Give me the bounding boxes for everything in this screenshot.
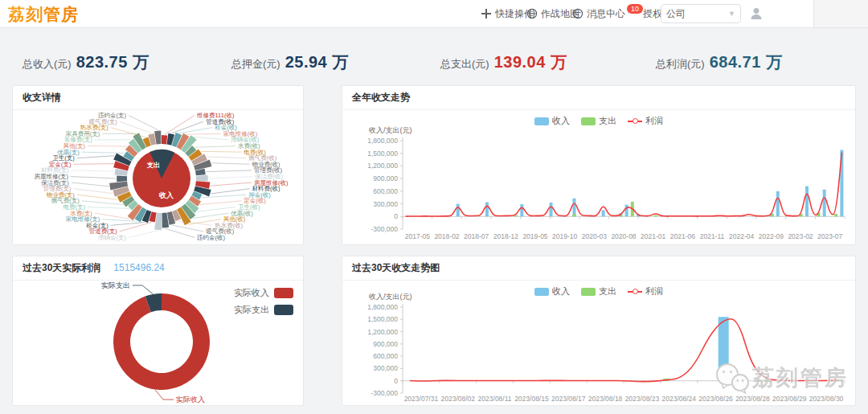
svg-text:1,500,000: 1,500,000 [367,315,398,323]
stat-label: 总利润(元) [656,57,705,72]
svg-text:2021-06: 2021-06 [670,232,695,240]
svg-text:900,000: 900,000 [373,174,398,182]
svg-text:收入/支出(元): 收入/支出(元) [369,126,412,134]
yearly-legend: 收入支出利润 [342,115,855,127]
legend-item-实际支出[interactable]: 实际支出 [234,304,293,316]
svg-text:1,200,000: 1,200,000 [367,328,398,336]
svg-text:违约金(收): 违约金(收) [197,234,225,241]
svg-text:2023/08/28: 2023/08/28 [735,395,770,403]
svg-text:2023-07: 2023-07 [817,232,842,240]
svg-text:2023/08/30: 2023/08/30 [809,395,844,403]
svg-text:2020-03: 2020-03 [582,232,607,240]
panel-income-expense-detail: 收支详情 支出收入维修费111(收)管道费(收)租金(收)家电维修(收)滞纳金(… [12,85,304,245]
header-right-gutter [813,0,868,27]
svg-text:2023/08/02: 2023/08/02 [440,395,475,403]
yearly-trend-chart: 收入/支出(元)1,800,0001,500,0001,200,000900,0… [342,110,854,245]
svg-text:2023/08/26: 2023/08/26 [698,395,733,403]
svg-text:2023/08/11: 2023/08/11 [478,395,512,403]
svg-text:-300,000: -300,000 [371,389,398,397]
legend-item-收入[interactable]: 收入 [534,285,570,297]
stat-total-expense: 总支出(元) 139.04 万 [440,51,567,73]
message-icon [572,8,583,19]
svg-text:600,000: 600,000 [373,187,398,195]
svg-text:2023/08/17: 2023/08/17 [551,395,586,403]
legend-item-收入[interactable]: 收入 [534,115,570,127]
stat-value: 25.94 万 [285,51,349,73]
svg-text:2018-02: 2018-02 [434,232,459,240]
stat-value: 684.71 万 [710,51,783,73]
company-select-value: 公司 [666,7,686,21]
app-logo[interactable]: 荔刻管房 [8,3,79,26]
svg-text:违约金(支): 违约金(支) [98,112,126,119]
svg-text:1,500,000: 1,500,000 [367,150,398,158]
svg-text:收入: 收入 [159,191,174,199]
panel-title: 过去30天实际利润1515496.24 [13,256,303,281]
chevron-down-icon: ▼ [728,10,735,18]
svg-text:600,000: 600,000 [373,352,398,360]
svg-text:2019-10: 2019-10 [552,232,577,240]
svg-text:2023/08/29: 2023/08/29 [772,395,807,403]
top-header: 荔刻管房 快捷操作 作战地图 消息中心 10 授权获取支付消息 公司 [0,0,868,28]
stat-label: 总押金(元) [231,57,280,72]
legend-item-利润[interactable]: 利润 [628,115,663,127]
svg-text:2021-11: 2021-11 [700,232,725,240]
svg-text:-300,000: -300,000 [371,225,398,233]
svg-text:1,800,000: 1,800,000 [367,303,398,311]
svg-text:300,000: 300,000 [373,200,398,208]
svg-text:2017-05: 2017-05 [405,232,430,240]
svg-text:1,200,000: 1,200,000 [367,162,398,170]
svg-text:2023/08/23: 2023/08/23 [625,395,660,403]
donut-legend: 实际收入实际支出 [234,287,293,316]
plus-icon [481,8,492,19]
panel-title: 收支详情 [13,86,303,110]
svg-text:900,000: 900,000 [373,340,398,348]
panel-30d-profit: 过去30天实际利润1515496.24 实际收入实际支出 实际支出实际收入 [12,256,304,406]
svg-text:2019-05: 2019-05 [522,232,547,240]
svg-text:0: 0 [394,377,398,385]
income-expense-sunburst-chart: 支出收入维修费111(收)管道费(收)租金(收)家电维修(收)滞纳金(收)水费(… [13,110,303,245]
legend-item-利润[interactable]: 利润 [628,285,663,297]
panel-title: 全年收支走势 [342,86,855,110]
daily-legend: 收入支出利润 [342,285,855,297]
svg-text:2018-07: 2018-07 [464,232,489,240]
panel-30d-trend: 过去30天收支走势图 收入支出利润 收入/支出(元)1,800,0001,500… [342,256,856,406]
svg-text:1,800,000: 1,800,000 [367,137,398,145]
svg-text:2018-12: 2018-12 [493,232,518,240]
svg-text:300,000: 300,000 [373,364,398,372]
legend-item-支出[interactable]: 支出 [581,115,616,127]
legend-item-实际收入[interactable]: 实际收入 [234,287,293,299]
panel-title-text: 过去30天实际利润 [23,262,100,273]
svg-text:2022-04: 2022-04 [729,232,754,240]
user-icon[interactable] [749,6,764,21]
svg-text:2021-01: 2021-01 [641,232,665,240]
globe-icon [526,8,538,19]
panel-yearly-trend: 全年收支走势 收入支出利润 收入/支出(元)1,800,0001,500,000… [342,85,856,245]
profit-value-link[interactable]: 1515496.24 [113,262,164,273]
stat-total-income: 总收入(元) 823.75 万 [23,51,149,73]
panel-title: 过去30天收支走势图 [342,256,855,281]
svg-text:2023/07/31: 2023/07/31 [404,395,439,403]
stat-label: 总支出(元) [440,57,489,72]
svg-text:2023/08/15: 2023/08/15 [514,395,549,403]
svg-text:实际收入: 实际收入 [176,396,205,404]
stat-value: 139.04 万 [494,51,567,73]
daily-trend-chart: 收入/支出(元)1,800,0001,500,0001,200,000900,0… [342,281,854,406]
stat-label: 总收入(元) [23,57,72,72]
stat-value: 823.75 万 [76,51,149,73]
svg-text:2023/08/24: 2023/08/24 [661,395,696,403]
svg-text:2023-02: 2023-02 [788,232,813,240]
svg-text:0: 0 [394,212,398,220]
svg-text:实际支出: 实际支出 [101,281,130,289]
company-select[interactable]: 公司 ▼ [661,4,741,23]
svg-text:2023/08/18: 2023/08/18 [588,395,623,403]
svg-text:2022-09: 2022-09 [759,232,784,240]
svg-text:2020-08: 2020-08 [611,232,636,240]
legend-item-支出[interactable]: 支出 [581,285,616,297]
stat-total-profit: 总利润(元) 684.71 万 [656,51,782,73]
stat-total-deposit: 总押金(元) 25.94 万 [231,51,349,73]
dashboard: 荔刻管房 快捷操作 作战地图 消息中心 10 授权获取支付消息 公司 [0,0,868,414]
svg-text:支出: 支出 [146,162,160,169]
